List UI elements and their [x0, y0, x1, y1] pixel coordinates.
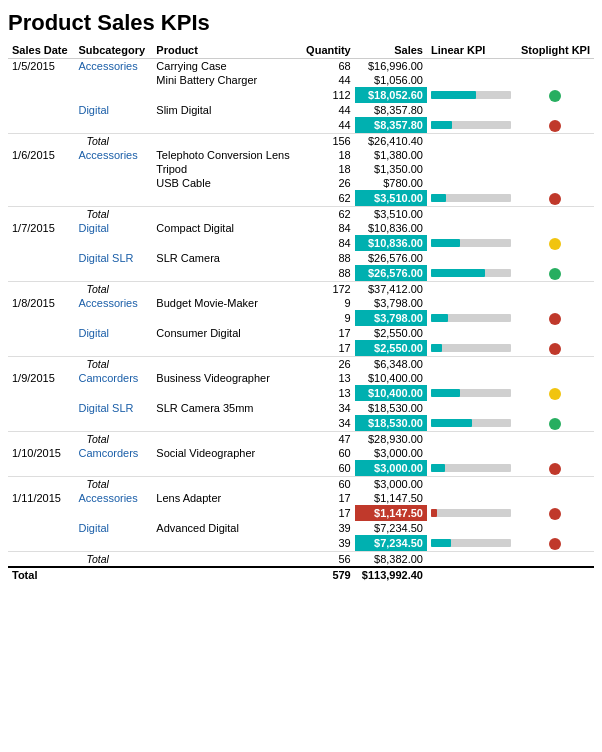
stoplight-indicator	[549, 120, 561, 132]
stoplight-indicator	[549, 538, 561, 550]
table-row: 1/11/2015 Accessories Lens Adapter 17 $1…	[8, 491, 594, 505]
aggregate-row: 17 $2,550.00	[8, 340, 594, 357]
stoplight-indicator	[549, 508, 561, 520]
subtotal-row: Total 26 $6,348.00	[8, 357, 594, 372]
table-row: 1/7/2015 Digital Compact Digital 84 $10,…	[8, 221, 594, 235]
table-row: Digital SLR SLR Camera 88 $26,576.00	[8, 251, 594, 265]
table-row: 1/9/2015 Camcorders Business Videographe…	[8, 371, 594, 385]
page-title: Product Sales KPIs	[8, 10, 594, 36]
table-row: Digital SLR SLR Camera 35mm 34 $18,530.0…	[8, 401, 594, 415]
aggregate-row: 13 $10,400.00	[8, 385, 594, 401]
stoplight-indicator	[549, 268, 561, 280]
table-row: USB Cable 26 $780.00	[8, 176, 594, 190]
aggregate-row: 84 $10,836.00	[8, 235, 594, 251]
subtotal-row: Total 56 $8,382.00	[8, 552, 594, 568]
table-row: 1/5/2015 Accessories Carrying Case 68 $1…	[8, 59, 594, 74]
stoplight-indicator	[549, 90, 561, 102]
kpi-table: Sales Date Subcategory Product Quantity …	[8, 42, 594, 582]
aggregate-row: 88 $26,576.00	[8, 265, 594, 282]
table-row: 1/10/2015 Camcorders Social Videographer…	[8, 446, 594, 460]
aggregate-row: 39 $7,234.50	[8, 535, 594, 552]
col-subcategory: Subcategory	[74, 42, 152, 59]
grand-total-row: Total 579 $113,992.40	[8, 567, 594, 582]
table-row: Tripod 18 $1,350.00	[8, 162, 594, 176]
table-row: Digital Slim Digital 44 $8,357.80	[8, 103, 594, 117]
aggregate-row: 9 $3,798.00	[8, 310, 594, 326]
stoplight-indicator	[549, 343, 561, 355]
table-row: Digital Consumer Digital 17 $2,550.00	[8, 326, 594, 340]
grand-total-sales: $113,992.40	[355, 567, 427, 582]
col-quantity: Quantity	[300, 42, 355, 59]
aggregate-row: 17 $1,147.50	[8, 505, 594, 521]
col-linear-kpi: Linear KPI	[427, 42, 517, 59]
col-stoplight-kpi: Stoplight KPI	[517, 42, 594, 59]
stoplight-indicator	[549, 418, 561, 430]
subtotal-row: Total 47 $28,930.00	[8, 432, 594, 447]
grand-total-label: Total	[8, 567, 74, 582]
col-product: Product	[152, 42, 299, 59]
subtotal-row: Total 62 $3,510.00	[8, 207, 594, 222]
aggregate-row: 44 $8,357.80	[8, 117, 594, 134]
stoplight-indicator	[549, 193, 561, 205]
col-sales: Sales	[355, 42, 427, 59]
grand-total-quantity: 579	[300, 567, 355, 582]
table-row: Mini Battery Charger 44 $1,056.00	[8, 73, 594, 87]
subtotal-row: Total 172 $37,412.00	[8, 282, 594, 297]
subtotal-row: Total 60 $3,000.00	[8, 477, 594, 492]
stoplight-indicator	[549, 238, 561, 250]
table-row: 1/8/2015 Accessories Budget Movie-Maker …	[8, 296, 594, 310]
stoplight-indicator	[549, 388, 561, 400]
col-sales-date: Sales Date	[8, 42, 74, 59]
aggregate-row: 62 $3,510.00	[8, 190, 594, 207]
table-row: Digital Advanced Digital 39 $7,234.50	[8, 521, 594, 535]
stoplight-indicator	[549, 463, 561, 475]
table-row: 1/6/2015 Accessories Telephoto Conversio…	[8, 148, 594, 162]
subtotal-row: Total 156 $26,410.40	[8, 134, 594, 149]
stoplight-indicator	[549, 313, 561, 325]
aggregate-row: 60 $3,000.00	[8, 460, 594, 477]
aggregate-row: 34 $18,530.00	[8, 415, 594, 432]
aggregate-row: 112 $18,052.60	[8, 87, 594, 103]
